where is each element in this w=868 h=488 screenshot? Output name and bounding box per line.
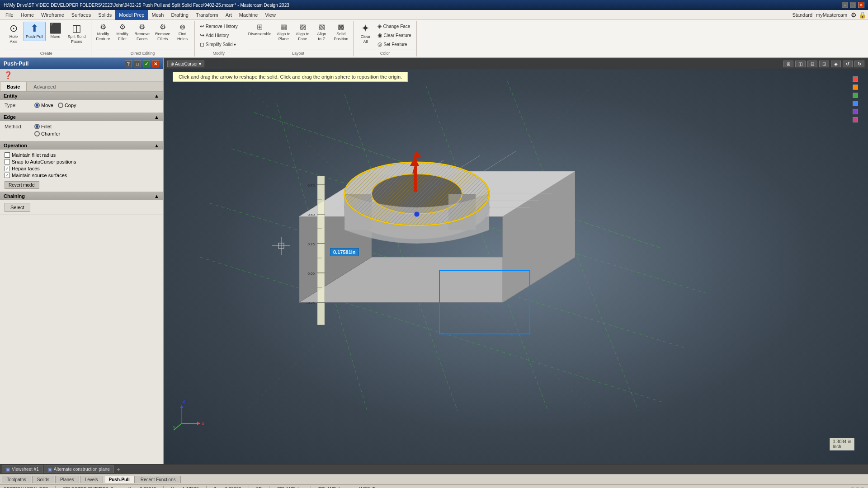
ribbon-group-layout: ⊞ Disassemble ▦ Align toPlane ▨ Align to…: [243, 21, 354, 56]
hint-bar: Click and drag the arrow to reshape the …: [173, 72, 408, 82]
vp-icon-4[interactable]: ⊡: [819, 61, 829, 67]
simplify-solid-button[interactable]: ◻ Simplify Solid ▾: [198, 40, 240, 49]
panel-title: Push-Pull: [4, 61, 28, 67]
type-move-radio[interactable]: Move: [34, 103, 53, 108]
repair-faces-checkbox[interactable]: ✓ Repair faces: [5, 166, 158, 171]
clear-feature-button[interactable]: ◉ Clear Feature: [375, 31, 413, 40]
chaining-section-header[interactable]: Chaining ▲: [0, 192, 163, 200]
color-group-label: Color: [356, 50, 413, 56]
menu-drafting[interactable]: Drafting: [167, 10, 192, 20]
maintain-fillet-checkbox[interactable]: Maintain fillet radius: [5, 152, 158, 158]
align-to-z-icon: ▧: [318, 23, 325, 31]
disassemble-label: Disassemble: [248, 32, 272, 37]
svg-marker-33: [410, 157, 419, 166]
vp-icon-2[interactable]: ◫: [795, 61, 806, 67]
type-copy-radio[interactable]: Copy: [58, 103, 76, 108]
menu-solids[interactable]: Solids: [94, 10, 115, 20]
swatch-pink[interactable]: [853, 117, 858, 122]
panel-help-button[interactable]: ?: [125, 60, 132, 67]
viewsheet-tab-1[interactable]: ▣ Viewsheet #1: [2, 465, 43, 473]
swatch-purple[interactable]: [853, 109, 858, 114]
tab-toolpaths[interactable]: Toolpaths: [2, 476, 31, 483]
method-fillet-radio[interactable]: Fillet: [34, 124, 52, 129]
revert-model-button[interactable]: Revert model: [5, 181, 39, 189]
sep6: [269, 486, 269, 488]
menu-wireframe[interactable]: Wireframe: [38, 10, 68, 20]
disassemble-button[interactable]: ⊞ Disassemble: [246, 22, 274, 38]
vp-icon-5[interactable]: ◈: [831, 61, 841, 67]
edge-section: Edge ▲ Method: Fillet Chamfe: [0, 113, 163, 141]
hole-axis-icon: ⊙: [9, 23, 18, 33]
change-face-button[interactable]: ◈ Change Face: [375, 22, 413, 31]
align-to-plane-button[interactable]: ▦ Align toPlane: [274, 22, 292, 43]
modify-feature-button[interactable]: ⚙ ModifyFeature: [94, 22, 113, 43]
tab-push-pull[interactable]: Push-Pull: [104, 476, 135, 483]
menu-home[interactable]: Home: [17, 10, 38, 20]
snap-autocursor-checkbox[interactable]: Snap to AutoCursor positions: [5, 159, 158, 164]
tab-recent-functions[interactable]: Recent Functions: [136, 476, 181, 483]
tab-solids[interactable]: Solids: [32, 476, 54, 483]
swatch-orange[interactable]: [853, 84, 858, 90]
tab-basic[interactable]: Basic: [0, 82, 27, 91]
hint-text: Click and drag the arrow to reshape the …: [179, 74, 402, 80]
method-chamfer-radio[interactable]: Chamfer: [34, 131, 60, 136]
swatch-red[interactable]: [853, 76, 858, 82]
split-solid-faces-button[interactable]: ◫ Split SolidFaces: [66, 22, 88, 46]
tab-planes[interactable]: Planes: [55, 476, 79, 483]
clear-all-button[interactable]: ✦ ClearAll: [356, 22, 374, 46]
viewsheet-add-button[interactable]: +: [115, 466, 122, 473]
method-fillet-label: Fillet: [41, 124, 52, 129]
vp-icon-6[interactable]: ↺: [843, 61, 853, 67]
clear-all-label: ClearAll: [361, 34, 371, 44]
vp-icon-3[interactable]: ⊟: [807, 61, 817, 67]
statusbar: SECTION VIEW: OFF SELECTED ENTITIES: 0 X…: [0, 484, 868, 488]
snap-autocursor-box: [5, 159, 10, 164]
remove-faces-button[interactable]: ⚙ RemoveFaces: [132, 22, 152, 43]
menu-art[interactable]: Art: [222, 10, 236, 20]
entity-section-header[interactable]: Entity ▲: [0, 92, 163, 100]
operation-section-header[interactable]: Operation ▲: [0, 141, 163, 150]
push-pull-button[interactable]: ⬆ Push-Pull: [24, 22, 46, 41]
remove-fillets-button[interactable]: ⚙ RemoveFillets: [153, 22, 173, 43]
viewsheet-tab-2[interactable]: ▣ Alternate construction plane: [44, 465, 114, 473]
align-to-face-button[interactable]: ▨ Align toFace: [293, 22, 311, 43]
ribbon-group-color: ✦ ClearAll ◈ Change Face ◉ Clear Feature…: [354, 21, 416, 56]
set-feature-button[interactable]: ◎ Set Feature: [375, 40, 413, 49]
menu-machine[interactable]: Machine: [236, 10, 262, 20]
find-holes-button[interactable]: ⊚ FindHoles: [174, 22, 192, 43]
vp-icon-7[interactable]: ↻: [854, 61, 864, 67]
remove-history-button[interactable]: ↩ Remove History: [198, 22, 240, 31]
minimize-button[interactable]: −: [842, 2, 848, 8]
close-button[interactable]: ✕: [858, 2, 864, 8]
swatch-green[interactable]: [853, 93, 858, 98]
restore-button[interactable]: □: [850, 2, 856, 8]
z-label: Z:: [214, 487, 218, 488]
align-to-z-button[interactable]: ▧ Alignto Z: [312, 22, 330, 43]
clear-feature-icon: ◉: [377, 32, 382, 38]
menu-model-prep[interactable]: Model Prep: [115, 10, 148, 20]
mode-status: 3D: [256, 487, 262, 488]
z-value: 0.00000: [225, 487, 241, 488]
menu-mesh[interactable]: Mesh: [148, 10, 167, 20]
menu-transform[interactable]: Transform: [192, 10, 222, 20]
panel-collapse-button[interactable]: □: [134, 60, 141, 67]
panel-ok-button[interactable]: ✓: [143, 60, 150, 67]
edge-section-header[interactable]: Edge ▲: [0, 113, 163, 121]
tab-levels[interactable]: Levels: [80, 476, 103, 483]
solid-position-button[interactable]: ▩ SolidPosition: [331, 22, 350, 43]
hole-axis-button[interactable]: ⊙ HoleAxis: [5, 22, 23, 46]
maintain-surfaces-checkbox[interactable]: ✓ Maintain source surfaces: [5, 173, 158, 178]
menu-view[interactable]: View: [261, 10, 279, 20]
autocursor-button[interactable]: ⊕ AutoCursor ▾: [167, 61, 204, 67]
modify-fillet-button[interactable]: ⚙ ModifyFillet: [113, 22, 132, 43]
tab-advanced[interactable]: Advanced: [27, 82, 62, 91]
viewport[interactable]: ⊕ AutoCursor ▾ ⊞ ◫ ⊟ ⊡ ◈ ↺ ↻ Click and d…: [164, 58, 868, 464]
swatch-blue[interactable]: [853, 101, 858, 106]
chaining-select-button[interactable]: Select: [5, 203, 30, 212]
add-history-button[interactable]: ↪ Add History: [198, 31, 240, 40]
menu-file[interactable]: File: [2, 10, 17, 20]
vp-icon-1[interactable]: ⊞: [783, 61, 793, 67]
move-button[interactable]: ⬛ Move: [47, 22, 65, 41]
panel-close-button[interactable]: ✕: [152, 60, 159, 67]
menu-surfaces[interactable]: Surfaces: [68, 10, 94, 20]
